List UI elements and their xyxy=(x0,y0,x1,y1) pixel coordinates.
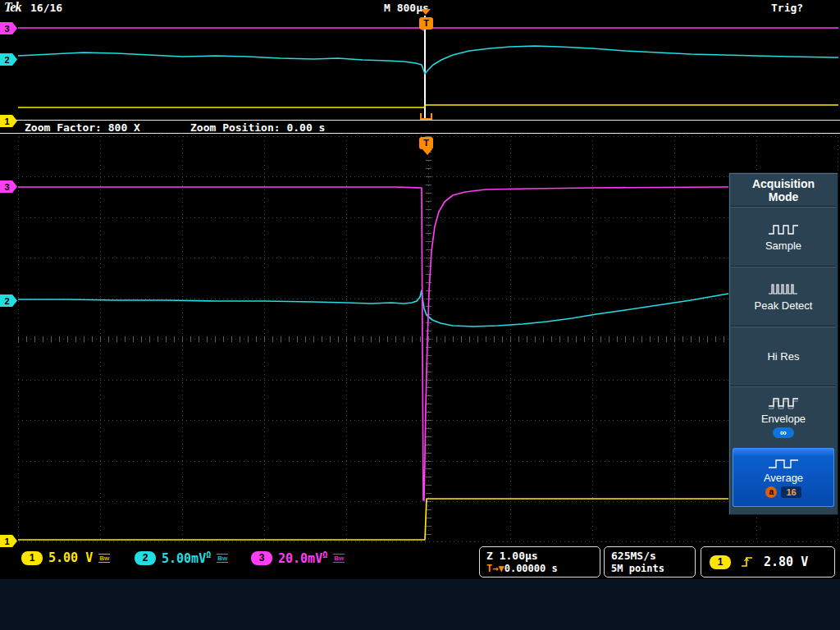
channel-3-marker-overview[interactable]: 3 xyxy=(0,22,17,34)
trigger-position-marker[interactable]: T xyxy=(419,137,433,149)
panel-title: Acquisition Mode xyxy=(729,173,838,206)
rising-edge-icon xyxy=(741,555,754,568)
trigger-marker-overview[interactable]: T xyxy=(419,17,433,30)
sample-rate-box[interactable]: 625MS/s 5M points xyxy=(604,546,696,578)
oscilloscope-screen: Tek 16/16 M 800µs Trig? 3 2 1 T Zoom Fac… xyxy=(0,0,840,630)
average-icon xyxy=(767,457,800,470)
average-count-row: a 16 xyxy=(765,486,801,498)
zoom-overview: 3 2 xyxy=(0,16,840,120)
acquisition-mode-panel: Acquisition Mode Sample Peak Detect Hi R… xyxy=(728,172,838,515)
trigger-position-readout: T→▼0.00000 s xyxy=(486,563,593,575)
acq-mode-sample[interactable]: Sample xyxy=(729,208,838,266)
ch2-badge[interactable]: 2 xyxy=(135,551,156,565)
trace-ch2 xyxy=(18,46,838,74)
ch1-badge[interactable]: 1 xyxy=(21,551,43,565)
main-graticule: 3 2 1 T xyxy=(0,134,840,544)
main-waveform-svg xyxy=(18,136,838,542)
readout-bar: 1 5.00 V Bw 2 5.00mVΩ Bw 3 20.0mVΩ Bw Z … xyxy=(0,545,840,579)
bandwidth-limit-icon: Bw xyxy=(217,554,228,563)
zoom-scale-value: Z 1.00µs xyxy=(486,549,593,563)
average-letter-badge: a xyxy=(765,486,777,498)
trigger-level-value: 2.80 V xyxy=(764,555,808,569)
ch2-scale-value: 5.00mVΩ xyxy=(162,550,211,566)
tek-logo: Tek xyxy=(4,0,21,15)
ch3-readout[interactable]: 3 20.0mVΩ Bw xyxy=(251,550,345,566)
trigger-status: Trig? xyxy=(771,2,803,14)
channel-2-marker[interactable]: 2 xyxy=(0,294,17,307)
bandwidth-limit-icon: Bw xyxy=(98,554,110,563)
channel-2-marker-overview[interactable]: 2 xyxy=(0,53,17,66)
impedance-icon: Ω xyxy=(322,550,327,559)
bottom-menu-bar: Mode Average Record Length 5M FastAcq Of… xyxy=(0,579,840,630)
trigger-delay-icon: T→▼ xyxy=(486,563,504,574)
top-status-bar: Tek 16/16 M 800µs Trig? xyxy=(0,0,840,16)
zoom-info-bar: Zoom Factor: 800 X Zoom Position: 0.00 s xyxy=(0,120,840,134)
channel-3-marker[interactable]: 3 xyxy=(0,180,17,193)
record-length-value: 5M points xyxy=(611,563,688,575)
zoom-window-bracket-icon xyxy=(420,113,432,120)
zoom-position-label: Zoom Position: 0.00 s xyxy=(190,121,325,134)
acq-mode-envelope[interactable]: Envelope ∞ xyxy=(729,387,838,445)
trigger-readout-box[interactable]: 1 2.80 V xyxy=(701,546,835,578)
zoom-scale-box[interactable]: Z 1.00µs T→▼0.00000 s xyxy=(479,546,600,578)
ch1-readout[interactable]: 1 5.00 V Bw xyxy=(21,550,110,565)
impedance-icon: Ω xyxy=(206,550,211,559)
overview-waveform-svg xyxy=(18,16,838,120)
trace-ch1 xyxy=(18,499,838,540)
sample-icon xyxy=(767,222,800,237)
envelope-icon xyxy=(767,395,800,410)
ch1-scale-value: 5.00 V xyxy=(48,550,93,565)
trace-ch1 xyxy=(18,105,838,107)
bandwidth-limit-icon: Bw xyxy=(333,554,345,563)
ch3-scale-value: 20.0mVΩ xyxy=(278,550,327,566)
peak-detect-icon xyxy=(767,282,800,297)
zoom-factor-label: Zoom Factor: 800 X xyxy=(25,121,140,134)
acquisition-count: 16/16 xyxy=(30,2,62,14)
trigger-top-arrow-icon xyxy=(421,9,431,15)
trigger-source-badge: 1 xyxy=(710,555,731,569)
envelope-count-badge: ∞ xyxy=(773,427,794,438)
ch2-readout[interactable]: 2 5.00mVΩ Bw xyxy=(135,550,228,566)
acq-mode-peak-detect[interactable]: Peak Detect xyxy=(729,267,838,326)
acq-mode-hi-res[interactable]: Hi Res xyxy=(729,327,838,386)
sample-rate-value: 625MS/s xyxy=(611,549,688,563)
acq-mode-average[interactable]: Average a 16 xyxy=(733,448,834,507)
ch3-badge[interactable]: 3 xyxy=(251,551,272,565)
trigger-position-arrow-icon xyxy=(422,149,432,155)
average-count-value: 16 xyxy=(781,486,801,498)
